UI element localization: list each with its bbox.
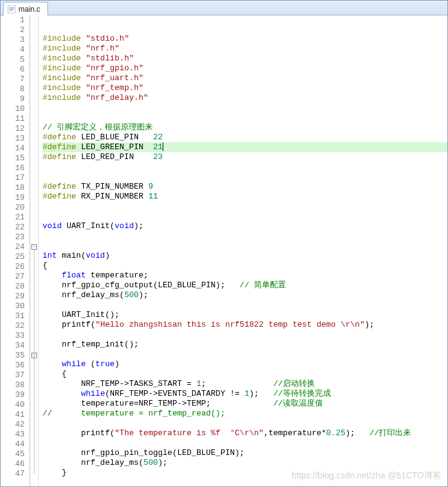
line-number: 6 <box>1 65 25 75</box>
code-line[interactable] <box>43 211 447 221</box>
line-number: 22 <box>1 223 25 232</box>
line-number: 7 <box>1 75 25 84</box>
code-line[interactable]: nrf_delay_ms(500); <box>43 458 447 468</box>
line-number: 41 <box>1 410 25 420</box>
code-line[interactable] <box>43 231 447 241</box>
code-line[interactable] <box>43 438 447 448</box>
line-number: 34 <box>1 341 25 351</box>
line-number: 16 <box>1 163 25 173</box>
line-number: 13 <box>1 134 25 144</box>
code-line[interactable]: printf("The temperature is %f °C\r\n",te… <box>43 428 447 438</box>
line-number: 12 <box>1 124 25 134</box>
code-line[interactable]: while (true) <box>43 359 447 369</box>
code-line[interactable]: { <box>43 261 447 271</box>
line-number: 11 <box>1 114 25 124</box>
line-number: 24 <box>1 242 25 252</box>
line-number: 2 <box>1 25 25 35</box>
code-line[interactable] <box>43 330 447 340</box>
tab-main-c[interactable]: main.c <box>3 2 48 15</box>
line-number: 43 <box>1 430 25 440</box>
code-line[interactable] <box>43 241 447 251</box>
tab-bar: main.c <box>1 1 447 15</box>
code-line[interactable] <box>43 419 447 428</box>
code-line[interactable]: #include "nrf_delay.h" <box>43 93 447 103</box>
code-line[interactable]: nrf_gpio_cfg_output(LED_BLUE_PIN); // 简单… <box>43 280 447 290</box>
line-number: 17 <box>1 173 25 183</box>
code-line[interactable] <box>43 172 447 182</box>
code-line[interactable]: #define LED_RED_PIN 23 <box>43 152 447 162</box>
fold-column[interactable]: −− <box>30 15 39 486</box>
code-line[interactable] <box>43 113 447 123</box>
code-line[interactable]: void UART_Init(void); <box>43 221 447 231</box>
line-number-gutter: 1234567891011121314151617181920212223242… <box>1 15 30 486</box>
code-line[interactable]: #define LED_BLUE_PIN 22 <box>43 133 447 142</box>
code-line[interactable]: #include "nrf.h" <box>43 44 447 54</box>
line-number: 8 <box>1 84 25 94</box>
code-line[interactable]: #define RX_PIN_NUMBER 11 <box>43 192 447 202</box>
code-line[interactable] <box>43 478 447 487</box>
line-number: 45 <box>1 449 25 459</box>
code-line[interactable] <box>43 300 447 310</box>
code-line[interactable]: nrf_gpio_pin_toggle(LED_BLUE_PIN); <box>43 448 447 458</box>
line-number: 25 <box>1 252 25 262</box>
code-line[interactable]: NRF_TEMP->TASKS_START = 1; //启动转换 <box>43 379 447 389</box>
line-number: 23 <box>1 232 25 242</box>
code-line[interactable]: temperature=NRF_TEMP->TEMP; //读取温度值 <box>43 399 447 409</box>
line-number: 35 <box>1 351 25 361</box>
code-line[interactable]: } <box>43 468 447 478</box>
code-line[interactable]: #define TX_PIN_NUMBER 9 <box>43 182 447 192</box>
svg-rect-3 <box>9 10 13 10</box>
code-line[interactable]: // 引脚宏定义，根据原理图来 <box>43 123 447 133</box>
code-line[interactable] <box>43 202 447 211</box>
line-number: 28 <box>1 282 25 292</box>
line-number: 40 <box>1 400 25 410</box>
line-number: 20 <box>1 203 25 213</box>
line-number: 44 <box>1 440 25 449</box>
line-number: 3 <box>1 35 25 45</box>
code-line[interactable] <box>43 162 447 172</box>
fold-toggle-icon[interactable]: − <box>31 244 37 250</box>
line-number: 19 <box>1 193 25 203</box>
line-number: 39 <box>1 390 25 400</box>
line-number: 1 <box>1 15 25 25</box>
line-number: 26 <box>1 262 25 272</box>
line-number: 36 <box>1 361 25 370</box>
fold-guide-line <box>34 250 35 474</box>
line-number: 9 <box>1 94 25 104</box>
line-number: 30 <box>1 301 25 311</box>
code-editor[interactable]: 1234567891011121314151617181920212223242… <box>1 15 447 486</box>
code-line[interactable]: #define LED_GREEN_PIN 21 <box>43 142 447 152</box>
code-line[interactable]: // temperature = nrf_temp_read(); <box>43 409 447 419</box>
code-line[interactable]: int main(void) <box>43 251 447 261</box>
code-line[interactable]: printf("Hello zhangshisan this is nrf518… <box>43 320 447 330</box>
line-number: 14 <box>1 144 25 153</box>
code-line[interactable]: while(NRF_TEMP->EVENTS_DATARDY != 1); //… <box>43 389 447 399</box>
code-line[interactable]: #include "nrf_uart.h" <box>43 73 447 83</box>
line-number: 29 <box>1 292 25 301</box>
text-cursor <box>163 142 163 151</box>
line-number: 46 <box>1 459 25 469</box>
code-line[interactable]: #include "nrf_temp.h" <box>43 83 447 93</box>
code-line[interactable]: nrf_temp_init(); <box>43 340 447 350</box>
code-line[interactable]: #include "stdio.h" <box>43 34 447 44</box>
code-line[interactable] <box>43 103 447 113</box>
line-number: 47 <box>1 469 25 479</box>
code-area[interactable]: #include "stdio.h"#include "nrf.h"#inclu… <box>39 15 447 486</box>
code-line[interactable]: float temperature; <box>43 271 447 280</box>
line-number: 33 <box>1 331 25 341</box>
tab-label: main.c <box>18 5 40 14</box>
line-number: 32 <box>1 321 25 331</box>
code-line[interactable]: UART_Init(); <box>43 310 447 320</box>
line-number: 38 <box>1 380 25 390</box>
code-line[interactable]: { <box>43 369 447 379</box>
line-number: 21 <box>1 213 25 223</box>
line-number: 37 <box>1 370 25 380</box>
code-line[interactable] <box>43 350 447 359</box>
code-line[interactable]: #include "stdlib.h" <box>43 54 447 63</box>
code-line[interactable]: #include "nrf_gpio.h" <box>43 63 447 73</box>
line-number: 42 <box>1 420 25 430</box>
code-line[interactable]: nrf_delay_ms(500); <box>43 290 447 300</box>
svg-rect-2 <box>9 9 14 9</box>
line-number: 10 <box>1 104 25 114</box>
line-number: 18 <box>1 183 25 193</box>
